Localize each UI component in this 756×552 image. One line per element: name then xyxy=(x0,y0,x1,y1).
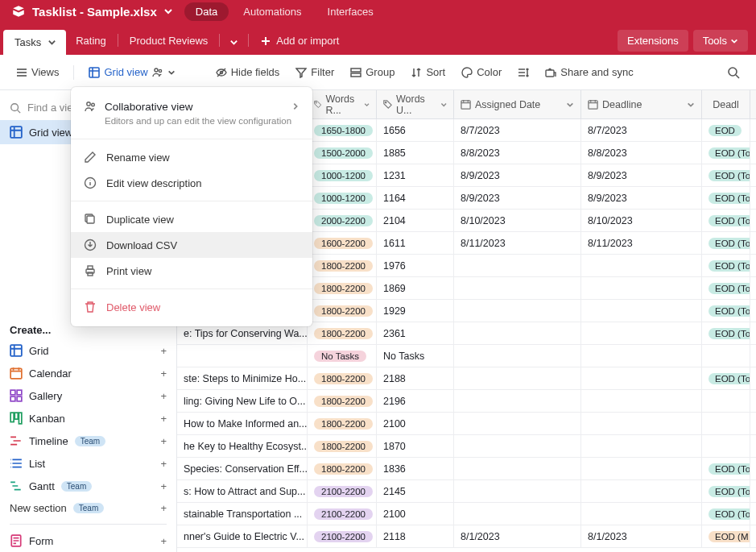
color-button[interactable]: Color xyxy=(456,63,506,81)
cell-deadline-time[interactable] xyxy=(702,345,750,367)
cell-assigned[interactable] xyxy=(454,345,581,367)
cell-words-req[interactable]: 1800-2200 xyxy=(308,255,377,276)
cell-words-used[interactable]: 1611 xyxy=(377,232,454,254)
cell-deadline-time[interactable] xyxy=(702,390,750,412)
base-title[interactable]: Tasklist - Sample.xlsx xyxy=(32,5,157,19)
cell-words-req[interactable]: 1800-2200 xyxy=(308,413,377,434)
cell-deadline-time[interactable]: EOD (To xyxy=(702,187,750,209)
nav-automations[interactable]: Automations xyxy=(232,2,312,21)
cell-deadline-time[interactable]: EOD (To xyxy=(702,277,750,299)
cell-assigned[interactable] xyxy=(454,322,581,344)
table-row[interactable]: How to Make Informed an...1800-22002100 xyxy=(177,413,756,435)
cell-deadline[interactable] xyxy=(581,255,702,276)
create-calendar[interactable]: Calendar+ xyxy=(0,362,176,384)
cell-deadline[interactable] xyxy=(581,435,702,457)
cell-title[interactable]: ste: Steps to Minimize Ho... xyxy=(177,367,308,389)
cell-assigned[interactable]: 8/7/2023 xyxy=(454,119,581,141)
cell-assigned[interactable] xyxy=(454,480,581,502)
cell-words-req[interactable]: 1800-2200 xyxy=(308,435,377,457)
cell-deadline[interactable]: 8/10/2023 xyxy=(581,210,702,231)
cell-assigned[interactable]: 8/9/2023 xyxy=(454,164,581,186)
cell-words-used[interactable]: 2196 xyxy=(377,390,454,412)
cell-deadline[interactable] xyxy=(581,503,702,525)
cell-assigned[interactable] xyxy=(454,367,581,389)
cell-deadline-time[interactable]: EOD (To xyxy=(702,458,750,479)
cell-deadline-time[interactable]: EOD (To xyxy=(702,232,750,254)
cell-assigned[interactable] xyxy=(454,300,581,322)
nav-interfaces[interactable]: Interfaces xyxy=(316,2,385,21)
menu-collaborative-view[interactable]: Collaborative view xyxy=(71,93,312,116)
sort-button[interactable]: Sort xyxy=(406,63,450,81)
cell-deadline[interactable] xyxy=(581,345,702,367)
create-gallery[interactable]: Gallery+ xyxy=(0,384,176,407)
cell-deadline[interactable] xyxy=(581,322,702,344)
table-row[interactable]: nner's Guide to Electric V...2100-220021… xyxy=(177,525,756,548)
cell-deadline-time[interactable]: EOD (To xyxy=(702,210,750,231)
menu-rename-view[interactable]: Rename view xyxy=(71,144,312,170)
cell-deadline[interactable] xyxy=(581,458,702,479)
cell-words-req[interactable]: 1800-2200 xyxy=(308,458,377,479)
cell-deadline-time[interactable]: EOD (To xyxy=(702,300,750,322)
cell-title[interactable]: ling: Giving New Life to O... xyxy=(177,390,308,412)
cell-assigned[interactable]: 8/8/2023 xyxy=(454,142,581,164)
tab-caret-more[interactable] xyxy=(221,30,246,55)
chevron-down-icon[interactable] xyxy=(163,6,173,16)
cell-words-req[interactable]: No Tasks xyxy=(308,345,377,367)
cell-assigned[interactable]: 8/9/2023 xyxy=(454,187,581,209)
cell-words-used[interactable]: 2104 xyxy=(377,210,454,231)
cell-deadline[interactable] xyxy=(581,367,702,389)
tab-product-reviews[interactable]: Product Reviews xyxy=(120,27,218,55)
create-timeline[interactable]: Timeline Team + xyxy=(0,430,176,452)
cell-deadline-time[interactable]: EOD (To xyxy=(702,322,750,344)
create-list[interactable]: List+ xyxy=(0,452,176,475)
cell-words-req[interactable]: 2100-2200 xyxy=(308,480,377,502)
cell-deadline[interactable]: 8/11/2023 xyxy=(581,232,702,254)
cell-assigned[interactable] xyxy=(454,390,581,412)
cell-deadline-time[interactable]: EOD (To xyxy=(702,367,750,389)
cell-title[interactable]: How to Make Informed an... xyxy=(177,413,308,434)
table-row[interactable]: he Key to Healthy Ecosyst...1800-2200187… xyxy=(177,435,756,458)
cell-assigned[interactable]: 8/1/2023 xyxy=(454,525,581,547)
cell-words-used[interactable]: 1929 xyxy=(377,300,454,322)
cell-words-req[interactable]: 1800-2200 xyxy=(308,300,377,322)
table-row[interactable]: s: How to Attract and Sup...2100-2200214… xyxy=(177,480,756,503)
cell-words-req[interactable]: 2100-2200 xyxy=(308,525,377,547)
cell-words-used[interactable]: 1231 xyxy=(377,164,454,186)
extensions-button[interactable]: Extensions xyxy=(618,30,688,52)
table-row[interactable]: ste: Steps to Minimize Ho...1800-2200218… xyxy=(177,367,756,390)
cell-deadline[interactable] xyxy=(581,277,702,299)
share-sync-button[interactable]: Share and sync xyxy=(540,63,638,81)
cell-deadline-time[interactable] xyxy=(702,435,750,457)
cell-words-used[interactable]: 1870 xyxy=(377,435,454,457)
search-button[interactable] xyxy=(722,61,745,84)
cell-assigned[interactable] xyxy=(454,458,581,479)
cell-title[interactable]: stainable Transportation ... xyxy=(177,503,308,525)
table-row[interactable]: No TasksNo Tasks xyxy=(177,345,756,367)
cell-words-used[interactable]: No Tasks xyxy=(377,345,454,367)
menu-delete-view[interactable]: Delete view xyxy=(71,294,312,320)
cell-words-used[interactable]: 1656 xyxy=(377,119,454,141)
cell-words-used[interactable]: 2100 xyxy=(377,413,454,434)
cell-words-used[interactable]: 1869 xyxy=(377,277,454,299)
table-row[interactable]: Species: Conservation Eff...1800-2200183… xyxy=(177,458,756,480)
cell-deadline[interactable] xyxy=(581,413,702,434)
cell-words-used[interactable]: 2100 xyxy=(377,503,454,525)
create-section[interactable]: New section Team + xyxy=(0,497,176,519)
cell-words-req[interactable]: 1800-2200 xyxy=(308,322,377,344)
cell-words-used[interactable]: 1164 xyxy=(377,187,454,209)
menu-duplicate-view[interactable]: Duplicate view xyxy=(71,206,312,232)
menu-edit-description[interactable]: Edit view description xyxy=(71,170,312,196)
cell-words-req[interactable]: 1000-1200 xyxy=(308,164,377,186)
cell-words-req[interactable]: 1650-1800 xyxy=(308,119,377,141)
cell-words-req[interactable]: 1600-2200 xyxy=(308,232,377,254)
cell-title[interactable]: s: How to Attract and Sup... xyxy=(177,480,308,502)
cell-deadline-time[interactable]: EOD (To xyxy=(702,164,750,186)
cell-words-req[interactable]: 1800-2200 xyxy=(308,277,377,299)
cell-deadline[interactable]: 8/9/2023 xyxy=(581,164,702,186)
cell-deadline[interactable] xyxy=(581,300,702,322)
views-toggle[interactable]: Views xyxy=(11,63,64,81)
create-gantt[interactable]: Gantt Team + xyxy=(0,475,176,497)
cell-assigned[interactable] xyxy=(454,503,581,525)
menu-download-csv[interactable]: Download CSV xyxy=(71,232,312,258)
cell-title[interactable]: Species: Conservation Eff... xyxy=(177,458,308,479)
